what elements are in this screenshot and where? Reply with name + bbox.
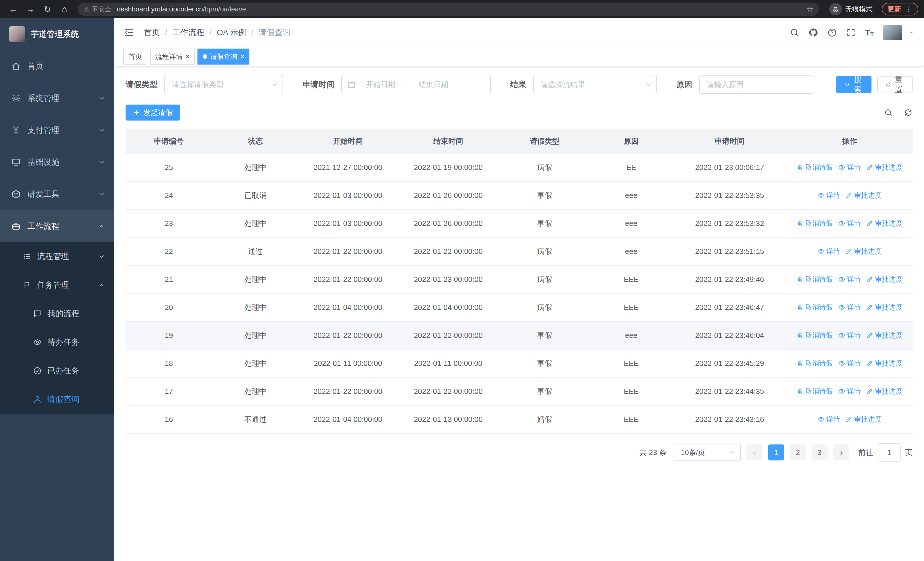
detail-link[interactable]: 详情 xyxy=(818,191,840,200)
reason-input[interactable] xyxy=(699,75,813,94)
search-icon[interactable] xyxy=(790,28,799,38)
approval-progress-link[interactable]: 审批进度 xyxy=(866,163,902,172)
cancel-leave-link[interactable]: 取消请假 xyxy=(797,275,832,284)
github-icon[interactable] xyxy=(808,28,818,38)
sidebar-subitem[interactable]: 待办任务 xyxy=(0,328,114,356)
approval-progress-link[interactable]: 审批进度 xyxy=(866,331,902,340)
forward-button[interactable]: → xyxy=(23,2,38,17)
page-button[interactable]: 3 xyxy=(812,444,828,460)
cell-status: 处理中 xyxy=(212,275,298,284)
refresh-table-icon[interactable] xyxy=(904,108,913,117)
detail-link[interactable]: 详情 xyxy=(838,219,861,228)
detail-link[interactable]: 详情 xyxy=(838,359,861,368)
next-page-button[interactable]: › xyxy=(833,444,849,460)
close-icon[interactable] xyxy=(240,53,244,60)
reset-button[interactable]: 重置 xyxy=(877,76,913,93)
approval-progress-link[interactable]: 审批进度 xyxy=(866,387,902,396)
sidebar-subitem[interactable]: 我的流程 xyxy=(0,299,114,328)
detail-link[interactable]: 详情 xyxy=(838,387,861,396)
detail-link[interactable]: 详情 xyxy=(838,163,861,172)
breadcrumb-item[interactable]: 工作流程 xyxy=(160,27,204,38)
detail-link[interactable]: 详情 xyxy=(818,247,840,256)
cancel-leave-link[interactable]: 取消请假 xyxy=(797,219,832,228)
table-header-row: 申请编号 状态 开始时间 结束时间 请假类型 原因 申请时间 xyxy=(126,129,913,154)
address-bar[interactable]: ⚠ 不安全 dashboard.yudao.iocoder.cn/bpm/oa/… xyxy=(78,3,819,16)
approval-progress-link[interactable]: 审批进度 xyxy=(866,275,902,284)
logo[interactable]: 芋道管理系统 xyxy=(0,18,114,50)
home-icon xyxy=(11,62,21,71)
cell-apply-time: 2022-01-23 00:06:17 xyxy=(673,163,787,172)
detail-link[interactable]: 详情 xyxy=(838,331,861,340)
page-button[interactable]: 1 xyxy=(768,444,784,460)
fullscreen-icon[interactable] xyxy=(846,28,856,38)
cancel-leave-link[interactable]: 取消请假 xyxy=(797,331,832,340)
start-date-input[interactable] xyxy=(359,80,402,90)
detail-link[interactable]: 详情 xyxy=(818,415,840,424)
breadcrumb-item[interactable]: 请假查询 xyxy=(246,27,291,38)
sidebar-subitem[interactable]: 任务管理 xyxy=(0,271,114,299)
search-button[interactable]: 搜索 xyxy=(836,76,872,93)
cancel-leave-link[interactable]: 取消请假 xyxy=(797,359,832,368)
collapse-sidebar-icon[interactable] xyxy=(123,27,135,38)
approval-progress-link[interactable]: 审批进度 xyxy=(846,191,882,200)
detail-link[interactable]: 详情 xyxy=(838,303,861,312)
sidebar-item[interactable]: 支付管理 xyxy=(0,114,114,146)
approval-progress-link[interactable]: 审批进度 xyxy=(846,415,882,424)
view-tab[interactable]: 首页 xyxy=(123,48,147,65)
edit-icon xyxy=(846,248,852,255)
caret-down-icon[interactable] xyxy=(908,29,915,36)
browser-menu-icon[interactable]: ⋮ xyxy=(905,5,913,14)
reload-button[interactable]: ↻ xyxy=(40,2,55,17)
goto-page-input[interactable] xyxy=(878,443,901,462)
back-button[interactable]: ← xyxy=(6,2,21,17)
cancel-leave-link[interactable]: 取消请假 xyxy=(797,163,832,172)
help-icon[interactable] xyxy=(827,28,837,38)
edit-icon xyxy=(866,164,873,171)
sidebar-subitem[interactable]: 已办任务 xyxy=(0,356,114,385)
date-range-picker[interactable]: - xyxy=(341,75,491,94)
approval-progress-link[interactable]: 审批进度 xyxy=(866,303,902,312)
font-size-icon[interactable]: TT xyxy=(865,28,874,37)
cell-end-time: 2022-01-26 00:00:00 xyxy=(397,191,500,200)
eye-icon xyxy=(838,360,845,367)
page-button[interactable]: 2 xyxy=(790,444,806,460)
result-select[interactable]: 请选择流结果 xyxy=(533,75,657,94)
approval-progress-link[interactable]: 审批进度 xyxy=(866,219,902,228)
sidebar-subitem[interactable]: 流程管理 xyxy=(0,242,114,271)
table-row: 20 处理中 2022-01-04 00:00:00 2022-01-04 00… xyxy=(126,294,913,322)
breadcrumb-item[interactable]: 首页 xyxy=(144,27,160,38)
close-icon[interactable] xyxy=(186,53,189,60)
toggle-search-icon[interactable] xyxy=(884,108,892,117)
home-button[interactable]: ⌂ xyxy=(57,2,72,17)
cancel-leave-link[interactable]: 取消请假 xyxy=(797,387,832,396)
done-icon xyxy=(33,367,42,375)
cancel-leave-link[interactable]: 取消请假 xyxy=(797,303,832,312)
sidebar-item[interactable]: 基础设施 xyxy=(0,146,114,178)
sidebar-item[interactable]: 系统管理 xyxy=(0,82,114,114)
view-tab[interactable]: 流程详情 xyxy=(150,48,195,65)
update-button[interactable]: 更新 ⋮ xyxy=(882,3,918,15)
cell-apply-time: 2022-01-22 23:51:15 xyxy=(673,247,787,256)
avatar[interactable] xyxy=(883,25,902,40)
column-header: 申请编号 xyxy=(126,136,212,146)
view-tab[interactable]: 请假查询 xyxy=(198,48,249,65)
sidebar-item[interactable]: 工作流程 xyxy=(0,210,114,242)
prev-page-button[interactable]: ‹ xyxy=(747,444,762,460)
sidebar-item[interactable]: 首页 xyxy=(0,50,114,82)
leave-type-select[interactable]: 请选择请假类型 xyxy=(164,75,283,94)
end-date-input[interactable] xyxy=(412,80,455,90)
bookmark-star-icon[interactable]: ☆ xyxy=(807,5,813,14)
sidebar-subitem[interactable]: 请假查询 xyxy=(0,385,114,414)
page-size-select[interactable]: 10条/页 xyxy=(675,444,741,461)
approval-progress-link[interactable]: 审批进度 xyxy=(866,359,902,368)
breadcrumb-item[interactable]: OA 示例 xyxy=(204,27,246,38)
eye-icon xyxy=(838,164,845,171)
cell-end-time: 2022-01-23 00:00:00 xyxy=(397,275,500,284)
table-row: 16 不通过 2022-01-04 00:00:00 2022-01-13 00… xyxy=(126,406,913,434)
security-badge[interactable]: ⚠ 不安全 xyxy=(83,5,111,14)
approval-progress-link[interactable]: 审批进度 xyxy=(846,247,882,256)
sidebar-item[interactable]: 研发工具 xyxy=(0,178,114,210)
create-leave-button[interactable]: 发起请假 xyxy=(126,105,180,120)
sidebar-item-label: 基础设施 xyxy=(27,157,59,168)
detail-link[interactable]: 详情 xyxy=(838,275,861,284)
